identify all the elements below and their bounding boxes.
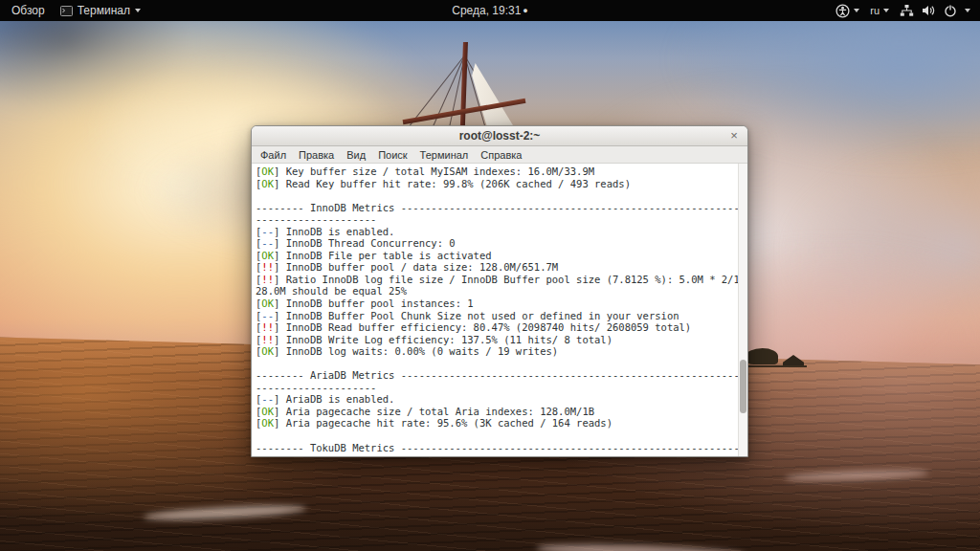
network-wired-icon <box>900 4 914 17</box>
scrollbar-thumb[interactable] <box>740 360 746 413</box>
screen: Обзор Терминал Среда, 19:31● <box>0 0 980 551</box>
terminal-line: [!!] InnoDB buffer pool / data size: 128… <box>256 261 736 274</box>
terminal-viewport[interactable]: [OK] Key buffer size / total MyISAM inde… <box>252 164 747 456</box>
terminal-line: [OK] Read Key buffer hit rate: 99.8% (20… <box>256 178 736 190</box>
menu-item-4[interactable]: Поиск <box>376 148 409 162</box>
terminal-line: [!!] Ratio InnoDB log file size / InnoDB… <box>256 274 736 286</box>
chevron-down-icon <box>965 9 970 12</box>
terminal-line <box>256 189 736 202</box>
gnome-top-bar: Обзор Терминал Среда, 19:31● <box>0 0 980 21</box>
menu-bar: ФайлПравкаВидПоискТерминалСправка <box>252 146 747 164</box>
chevron-down-icon <box>135 9 141 12</box>
terminal-line: [!!] InnoDB Write Log efficiency: 137.5%… <box>256 334 736 346</box>
terminal-line: -------------------- <box>256 213 736 226</box>
menu-item-3[interactable]: Вид <box>345 148 368 162</box>
terminal-line: -------- AriaDB Metrics ----------------… <box>256 369 736 382</box>
terminal-icon <box>60 6 73 16</box>
notification-dot: ● <box>523 6 527 15</box>
clock-area: Среда, 19:31● <box>0 4 980 17</box>
clock-button[interactable]: Среда, 19:31● <box>452 4 528 17</box>
window-titlebar[interactable]: root@losst-2:~ × <box>252 126 747 146</box>
terminal-line <box>256 358 736 370</box>
terminal-line: -------- TokuDB Metrics ----------------… <box>256 442 736 454</box>
app-menu-label: Терминал <box>78 4 130 17</box>
terminal-line: [--] InnoDB Buffer Pool Chunk Size not u… <box>256 310 736 322</box>
terminal-line: [OK] Aria pagecache hit rate: 95.6% (3K … <box>256 417 736 430</box>
activities-button[interactable]: Обзор <box>10 4 47 17</box>
system-status-button[interactable] <box>900 4 970 17</box>
clock-label: Среда, 19:31 <box>452 4 521 17</box>
island-trees <box>746 348 778 364</box>
terminal-line: [OK] InnoDB buffer pool instances: 1 <box>256 298 736 310</box>
island-pier <box>746 365 807 367</box>
chevron-down-icon <box>854 9 859 12</box>
menu-item-1[interactable]: Файл <box>258 148 288 162</box>
close-button[interactable]: × <box>727 129 741 143</box>
accessibility-icon <box>835 4 850 18</box>
keyboard-layout-label: ru <box>870 5 880 16</box>
terminal-line: [OK] Aria pagecache size / total Aria in… <box>256 406 736 418</box>
scrollbar[interactable] <box>738 164 747 456</box>
window-title: root@losst-2:~ <box>459 129 541 143</box>
terminal-line: [OK] Key buffer size / total MyISAM inde… <box>256 165 736 178</box>
terminal-window: root@losst-2:~ × ФайлПравкаВидПоискТерми… <box>251 125 748 457</box>
terminal-line: -------------------- <box>256 382 736 394</box>
terminal-line: [--] InnoDB is enabled. <box>256 226 736 238</box>
terminal-line: [OK] InnoDB File per table is activated <box>256 250 736 262</box>
terminal-output: [OK] Key buffer size / total MyISAM inde… <box>256 165 736 456</box>
terminal-line: 28.0M should be equal 25% <box>256 285 736 298</box>
terminal-line: -------- InnoDB Metrics ----------------… <box>256 202 736 214</box>
terminal-line <box>256 430 736 442</box>
menu-item-5[interactable]: Терминал <box>418 148 471 162</box>
terminal-line: [!!] InnoDB Read buffer efficiency: 80.4… <box>256 321 736 334</box>
terminal-line: [--] AriaDB is enabled. <box>256 393 736 406</box>
chevron-down-icon <box>883 9 889 12</box>
menu-item-6[interactable]: Справка <box>479 148 523 162</box>
app-menu-button[interactable]: Терминал <box>60 4 141 17</box>
accessibility-button[interactable] <box>835 4 859 18</box>
menu-item-2[interactable]: Правка <box>297 148 336 162</box>
terminal-line: [OK] InnoDB log waits: 0.00% (0 waits / … <box>256 345 736 358</box>
keyboard-layout-button[interactable]: ru <box>870 5 889 16</box>
power-icon <box>944 4 957 17</box>
terminal-line: [--] InnoDB Thread Concurrency: 0 <box>256 237 736 250</box>
volume-icon <box>922 4 936 17</box>
